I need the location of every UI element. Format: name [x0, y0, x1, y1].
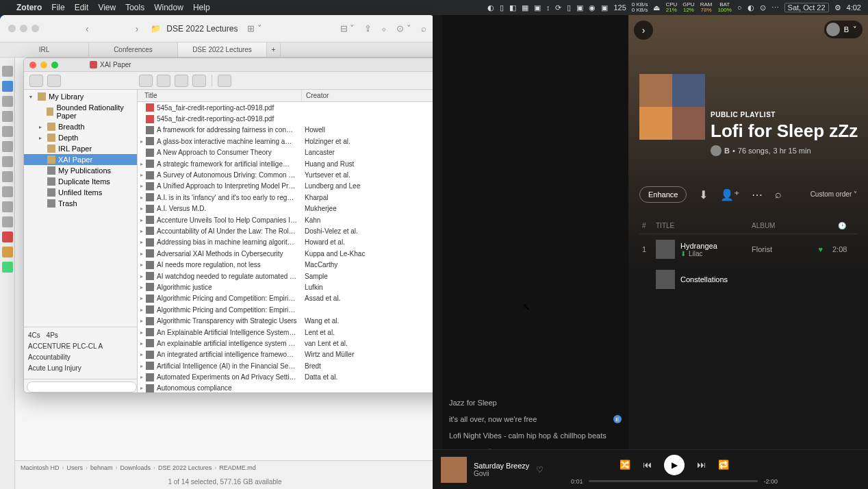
progress-bar[interactable] — [589, 480, 758, 482]
sidebar-item[interactable] — [2, 156, 13, 167]
control-center-icon[interactable]: ⚙ — [834, 3, 841, 12]
menubar-icon[interactable]: ⊙ — [760, 3, 766, 12]
menu-view[interactable]: View — [98, 3, 116, 12]
traffic-lights[interactable] — [8, 25, 39, 32]
download-icon[interactable]: ⬇ — [699, 188, 708, 201]
menubar-icon[interactable]: ▯ — [567, 3, 571, 12]
finder-tab[interactable]: Conferences — [89, 42, 178, 57]
menubar-icon[interactable]: ◉ — [589, 3, 596, 12]
share-icon[interactable]: ⇪ — [364, 23, 372, 34]
finder-tab[interactable]: IRL — [0, 42, 89, 57]
app-name[interactable]: Zotero — [16, 3, 42, 12]
menu-edit[interactable]: Edit — [75, 3, 89, 12]
menubar-icon[interactable]: ⋯ — [771, 3, 779, 12]
search-icon[interactable]: ⌕ — [421, 23, 426, 34]
playlist-item[interactable]: Sleep Lofi 💤 Chilled HipHop Beats for ca… — [442, 444, 628, 449]
menubar-icon[interactable]: ⟳ — [555, 3, 561, 12]
special-node[interactable]: Trash — [24, 198, 137, 209]
track-row[interactable]: Constellations — [639, 264, 857, 294]
sidebar-item[interactable] — [2, 171, 13, 182]
new-tab-button[interactable]: + — [267, 42, 281, 57]
action-icon[interactable]: ⊙ ˅ — [396, 23, 411, 34]
menubar-icon[interactable]: ◐ — [487, 3, 494, 12]
like-icon[interactable]: ♡ — [536, 465, 544, 475]
special-node[interactable]: Duplicate Items — [24, 176, 137, 187]
path-segment[interactable]: Downloads — [120, 464, 151, 471]
track-row[interactable]: 1Hydrangea⬇LilacFlorist♥2:08 — [639, 234, 857, 264]
new-item-button[interactable] — [139, 75, 153, 87]
sidebar-item[interactable] — [2, 216, 13, 227]
menu-help[interactable]: Help — [193, 3, 210, 12]
sidebar-item[interactable] — [2, 81, 13, 92]
collection-node[interactable]: XAI Paper — [24, 154, 137, 165]
add-by-id-button[interactable] — [157, 75, 170, 87]
enhance-button[interactable]: Enhance — [639, 186, 687, 203]
tag-green[interactable] — [2, 262, 13, 273]
path-segment[interactable]: Users — [67, 464, 84, 471]
minimize-button[interactable] — [40, 62, 47, 68]
now-playing-artist[interactable]: Govii — [474, 470, 529, 477]
collection-node[interactable]: ▸Depth — [24, 132, 137, 143]
new-note-button[interactable] — [175, 75, 188, 87]
tag-icon[interactable]: ⬦ — [381, 23, 387, 34]
tag[interactable]: Accountability — [28, 352, 71, 363]
menubar-icon[interactable]: ○ — [737, 3, 742, 12]
sidebar-item[interactable] — [2, 126, 13, 137]
special-node[interactable]: My Publications — [24, 165, 137, 176]
playlist-item[interactable]: it's all over, now we're freeE — [442, 411, 628, 427]
now-playing-title[interactable]: Saturday Breezy — [474, 462, 529, 470]
tag[interactable]: 4Ps — [47, 330, 58, 341]
menubar-date[interactable]: Sat, Oct 22 — [784, 3, 829, 12]
menubar-icon[interactable]: ▯ — [500, 3, 504, 12]
path-segment[interactable]: README.md — [219, 464, 256, 471]
menubar-icon[interactable]: ◐ — [748, 3, 754, 12]
column-title[interactable]: Title — [138, 90, 302, 101]
maximize-button[interactable] — [51, 62, 58, 68]
next-icon[interactable]: ⏭ — [697, 460, 706, 470]
repeat-icon[interactable]: 🔁 — [718, 460, 729, 470]
library-node[interactable]: ▾My Library — [24, 91, 137, 102]
now-playing-cover[interactable] — [441, 457, 467, 483]
view-mode-icon[interactable]: ⊞ ˅ — [247, 23, 262, 34]
path-segment[interactable]: Macintosh HD — [21, 464, 60, 471]
sidebar-item[interactable] — [2, 141, 13, 152]
finder-tab[interactable]: DSE 2022 Lectures — [178, 42, 267, 57]
sidebar-item[interactable] — [2, 111, 13, 122]
menubar-icon[interactable]: ▣ — [576, 3, 583, 12]
menubar-icon[interactable]: ▣ — [534, 3, 541, 12]
menubar-time[interactable]: 4:02 — [847, 3, 861, 12]
menubar-icon[interactable]: ⏏ — [653, 3, 660, 12]
menu-window[interactable]: Window — [154, 3, 183, 12]
sort-button[interactable]: Custom order ˅ — [810, 190, 857, 199]
menu-tools[interactable]: Tools — [125, 3, 144, 12]
menubar-icon[interactable]: ◧ — [509, 3, 516, 12]
close-button[interactable] — [29, 62, 36, 68]
tag[interactable]: 4Cs — [28, 330, 40, 341]
tag[interactable]: Acute Lung Injury — [28, 363, 81, 374]
sidebar-item[interactable] — [2, 186, 13, 197]
tag-red[interactable] — [2, 231, 13, 242]
path-segment[interactable]: DSE 2022 Lectures — [158, 464, 212, 471]
attach-button[interactable] — [192, 75, 206, 87]
tag[interactable]: ACCENTURE PLC-CL A — [28, 341, 103, 352]
forward-nav-button[interactable]: › — [634, 21, 653, 40]
sidebar-item[interactable] — [2, 201, 13, 212]
play-button[interactable]: ▶ — [664, 455, 685, 475]
tag-orange[interactable] — [2, 247, 13, 258]
advanced-search-button[interactable] — [218, 75, 231, 87]
menu-file[interactable]: File — [51, 3, 64, 12]
sidebar-item[interactable] — [2, 96, 13, 107]
playlist-item[interactable]: Lofi Night Vibes - calm hip hop & chillh… — [442, 427, 628, 444]
prev-icon[interactable]: ⏮ — [643, 460, 652, 470]
path-segment[interactable]: behnam — [90, 464, 113, 471]
new-library-button[interactable] — [47, 75, 61, 87]
special-node[interactable]: Unfiled Items — [24, 187, 137, 198]
collection-node[interactable]: Bounded Rationality Paper — [24, 102, 137, 121]
collection-node[interactable]: ▸Breadth — [24, 121, 137, 132]
search-icon[interactable]: ⌕ — [775, 188, 782, 201]
back-button[interactable]: ‹ — [86, 23, 89, 34]
menubar-icon[interactable]: ▣ — [601, 3, 608, 12]
collection-node[interactable]: IRL Paper — [24, 143, 137, 154]
new-collection-button[interactable] — [29, 75, 43, 87]
tag-search-input[interactable] — [27, 381, 137, 392]
